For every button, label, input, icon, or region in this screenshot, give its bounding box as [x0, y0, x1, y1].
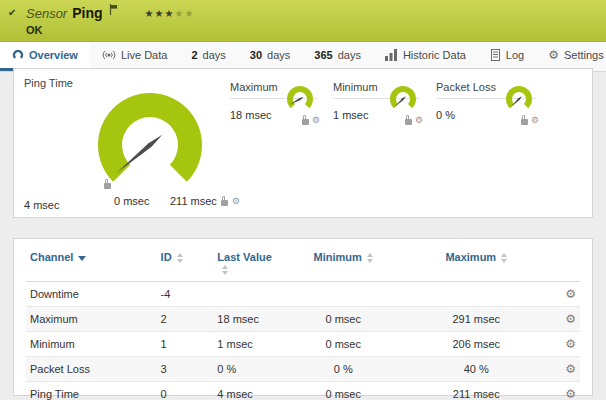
channel-settings-icon[interactable]: ⚙	[565, 387, 576, 400]
channel-name[interactable]: Downtime	[26, 282, 157, 307]
tab-overview[interactable]: Overview	[0, 42, 90, 71]
channel-id: -4	[157, 282, 214, 307]
flag-icon	[109, 4, 118, 17]
table-header-row: Channel ID Last Value Minimum Maximum	[26, 245, 580, 282]
ok-check-icon: ✔	[8, 7, 16, 18]
tab-365-days[interactable]: 365 days	[302, 42, 373, 71]
table-row: Downtime -4 ⚙	[26, 282, 580, 307]
ping-time-gauge	[84, 87, 216, 187]
priority-stars[interactable]: ★★★★★	[145, 8, 195, 19]
tab-number: 30	[250, 49, 262, 61]
tab-label: Historic Data	[403, 49, 466, 61]
column-id[interactable]: ID	[157, 245, 214, 282]
channel-name[interactable]: Ping Time	[26, 382, 157, 400]
channels-table-panel: Channel ID Last Value Minimum Maximum Do…	[13, 238, 593, 396]
tab-number: 365	[314, 49, 332, 61]
channel-id: 3	[157, 357, 214, 382]
star-empty-icons: ★★	[174, 8, 194, 19]
channel-settings-icon[interactable]: ⚙	[565, 337, 576, 351]
channel-table: Channel ID Last Value Minimum Maximum Do…	[26, 245, 580, 400]
tab-2-days[interactable]: 2 days	[179, 42, 237, 71]
sort-icon	[222, 265, 228, 275]
tab-number: 2	[191, 49, 197, 61]
column-channel[interactable]: Channel	[26, 245, 157, 282]
minimum-gauge	[386, 83, 420, 117]
channel-maximum: 291 msec	[406, 307, 546, 332]
tab-label: Settings	[564, 49, 604, 61]
gauge-max-label: 211 msec	[170, 195, 217, 207]
gear-icon: ⚙	[548, 49, 559, 61]
tab-log[interactable]: Log	[478, 42, 536, 71]
column-actions	[546, 245, 580, 282]
axis-lock-icon[interactable]	[302, 119, 309, 125]
table-row: Packet Loss 3 0 % 0 % 40 % ⚙	[26, 357, 580, 382]
status-badge: OK	[26, 24, 596, 36]
channel-id: 1	[157, 332, 214, 357]
sort-icon	[177, 253, 183, 263]
axis-lock-icon[interactable]	[221, 200, 228, 206]
sensor-header: ✔ Sensor Ping ★★★★★ OK	[0, 0, 606, 42]
channel-maximum	[406, 282, 546, 307]
channel-name[interactable]: Minimum	[26, 332, 157, 357]
channel-settings-icon[interactable]: ⚙	[565, 312, 576, 326]
channel-maximum: 40 %	[406, 357, 546, 382]
channel-settings-icon[interactable]: ⚙	[565, 287, 576, 301]
gauge-panel: Ping Time 0 msec 211 msec ⚙ 4 msec Maxim…	[13, 68, 593, 218]
mini-gauge-packet-loss: Packet Loss 0 % ⚙	[436, 81, 536, 147]
channel-id: 2	[157, 307, 214, 332]
mini-gauge-minimum: Minimum 1 msec ⚙	[333, 81, 420, 147]
page-title: Ping	[72, 5, 102, 21]
channel-minimum: 0 msec	[280, 307, 406, 332]
mini-gauge-maximum: Maximum 18 msec ⚙	[230, 81, 317, 147]
channel-last-value: 4 msec	[213, 382, 280, 400]
bar-chart-icon	[385, 49, 398, 61]
column-minimum[interactable]: Minimum	[280, 245, 406, 282]
gauge-min-label: 0 msec	[114, 195, 149, 207]
channel-last-value: 0 %	[213, 357, 280, 382]
sort-icon	[501, 253, 507, 263]
document-icon	[490, 49, 501, 61]
gauge-settings-icon[interactable]: ⚙	[531, 116, 539, 125]
channel-last-value: 18 msec	[213, 307, 280, 332]
channel-name[interactable]: Maximum	[26, 307, 157, 332]
chevron-down-icon	[78, 256, 86, 261]
gauge-settings-icon[interactable]: ⚙	[232, 197, 240, 206]
tab-label: days	[267, 49, 290, 61]
broadcast-icon	[102, 49, 116, 61]
channel-settings-icon[interactable]: ⚙	[565, 362, 576, 376]
table-row: Ping Time 0 4 msec 0 msec 211 msec ⚙	[26, 382, 580, 400]
axis-lock-icon[interactable]	[104, 183, 111, 189]
channel-minimum: 0 %	[280, 357, 406, 382]
channel-name[interactable]: Packet Loss	[26, 357, 157, 382]
gauge-icon	[12, 49, 24, 61]
axis-lock-icon[interactable]	[405, 119, 412, 125]
channel-maximum: 206 msec	[406, 332, 546, 357]
gauge-panel-title: Ping Time	[24, 77, 73, 89]
column-last-value[interactable]: Last Value	[213, 245, 280, 282]
star-filled-icons: ★★★	[145, 8, 175, 19]
tab-30-days[interactable]: 30 days	[238, 42, 303, 71]
channel-last-value	[213, 282, 280, 307]
gauge-settings-icon[interactable]: ⚙	[415, 116, 423, 125]
tab-label: Log	[506, 49, 524, 61]
table-row: Maximum 2 18 msec 0 msec 291 msec ⚙	[26, 307, 580, 332]
column-maximum[interactable]: Maximum	[406, 245, 546, 282]
tab-live-data[interactable]: Live Data	[90, 42, 179, 71]
sort-icon	[367, 253, 373, 263]
axis-lock-icon[interactable]	[521, 119, 528, 125]
gauge-settings-icon[interactable]: ⚙	[312, 116, 320, 125]
tab-label: days	[338, 49, 361, 61]
table-row: Minimum 1 1 msec 0 msec 206 msec ⚙	[26, 332, 580, 357]
tab-historic-data[interactable]: Historic Data	[373, 42, 478, 71]
tab-settings[interactable]: ⚙ Settings	[536, 42, 606, 71]
packet-loss-gauge	[502, 83, 536, 117]
channel-id: 0	[157, 382, 214, 400]
prtg-sensor-page: ✔ Sensor Ping ★★★★★ OK Overview	[0, 0, 606, 400]
mini-gauge-row: Maximum 18 msec ⚙ Minimum 1 msec ⚙	[230, 81, 536, 147]
tab-label: Overview	[29, 49, 78, 61]
channel-minimum: 0 msec	[280, 382, 406, 400]
channel-minimum: 0 msec	[280, 332, 406, 357]
channel-minimum	[280, 282, 406, 307]
tab-label: Live Data	[121, 49, 167, 61]
channel-maximum: 211 msec	[406, 382, 546, 400]
